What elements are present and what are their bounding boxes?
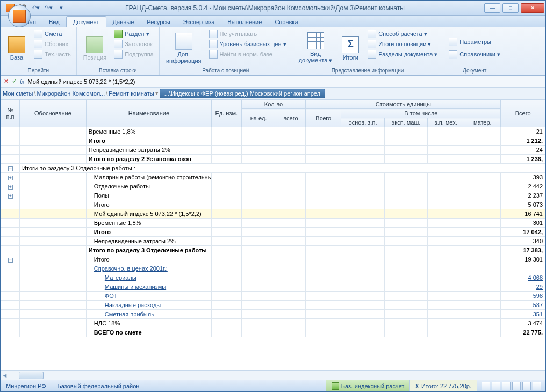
th-s1[interactable]: Всего <box>306 109 341 127</box>
th-kolvo[interactable]: Кол-во <box>241 100 306 109</box>
tree-toggle-icon[interactable]: − <box>8 258 13 263</box>
postotals-button[interactable]: Итоги по позиции ▾ <box>365 39 440 49</box>
calcmethod-button[interactable]: Способ расчета ▾ <box>365 29 440 39</box>
status-total[interactable]: Σ Итого: 22 775,20р. <box>410 380 477 391</box>
scroll-thumb[interactable] <box>19 372 44 379</box>
status-icon[interactable] <box>533 382 541 390</box>
status-icon[interactable] <box>522 382 531 390</box>
tab-view[interactable]: Вид <box>42 17 66 27</box>
docsections-button[interactable]: Разделы документа ▾ <box>365 49 440 59</box>
tab-resources[interactable]: Ресурсы <box>140 17 176 27</box>
status-calcmode[interactable]: Баз.-индексный расчет <box>326 380 410 391</box>
position-button[interactable]: Позиция <box>80 29 110 67</box>
crumb-3[interactable]: Ремонт комнаты <box>109 90 154 97</box>
table-row[interactable]: Непредвиденные затраты 2%24 <box>1 146 545 155</box>
th-k2[interactable]: всего <box>276 109 306 127</box>
table-row[interactable]: Сметная прибыль351 <box>1 310 545 319</box>
table-row[interactable]: Непредвиденные затраты 2%340 <box>1 237 545 246</box>
table-row[interactable]: Материалы4 068 <box>1 273 545 282</box>
th-vtom[interactable]: В том числе <box>341 109 501 118</box>
subgroup-button[interactable]: Подгруппа <box>112 49 156 59</box>
tree-toggle-icon[interactable]: + <box>8 185 13 190</box>
tree-toggle-icon[interactable]: − <box>8 166 13 171</box>
table-row[interactable]: Мой единый индекс 5 073,22 * (1,5*2,2)16… <box>1 209 545 219</box>
cancel-formula-icon[interactable]: ✕ <box>4 78 9 85</box>
header-button[interactable]: Заголовок <box>112 39 156 49</box>
sbornik-button[interactable]: Сборник <box>32 39 73 49</box>
th-nn[interactable]: № п.п <box>1 100 20 127</box>
tab-document[interactable]: Документ <box>66 16 106 27</box>
breadcrumb-tab[interactable]: ...\Индексы к ФЕР (новая ред.) Московски… <box>160 89 325 98</box>
crumb-2[interactable]: Микрорайон Комсомол... <box>37 90 105 97</box>
table-row[interactable]: Временные 1,8%301 <box>1 219 545 228</box>
undo-icon[interactable]: ↶▾ <box>31 3 40 13</box>
th-s2[interactable]: основ. з.п. <box>341 118 384 127</box>
table-row[interactable]: Накладные расходы587 <box>1 301 545 310</box>
table-row[interactable]: Итого по разделу 2 Установка окон1 236, <box>1 155 545 164</box>
table-row[interactable]: НДС 18%3 474 <box>1 319 545 328</box>
params-button[interactable]: Параметры <box>447 37 502 47</box>
section-button[interactable]: Раздел ▾ <box>112 29 156 39</box>
smeta-button[interactable]: Смета <box>32 29 73 39</box>
close-button[interactable]: ✕ <box>521 3 544 13</box>
th-naim[interactable]: Наименование <box>86 100 211 127</box>
baseprice-button[interactable]: Уровень базисных цен ▾ <box>207 39 289 49</box>
table-row[interactable]: +Малярные работы (ремонтно-строительные)… <box>1 173 545 182</box>
tab-data[interactable]: Данные <box>106 17 141 27</box>
th-ed[interactable]: Ед. изм. <box>211 100 241 127</box>
fx-icon[interactable]: fx <box>20 78 25 85</box>
group-label: Перейти <box>4 67 73 74</box>
status-icon[interactable] <box>482 382 490 390</box>
th-s4[interactable]: з.п. мех. <box>428 118 464 127</box>
app-menu-button[interactable] <box>8 5 31 27</box>
techpart-button[interactable]: Тех.часть <box>32 49 73 59</box>
table-row[interactable]: Итого5 073 <box>1 200 545 209</box>
tab-help[interactable]: Справка <box>268 17 304 27</box>
addinfo-button[interactable]: Доп. информация <box>163 29 205 67</box>
th-s5[interactable]: матер. <box>464 118 501 127</box>
tab-execution[interactable]: Выполнение <box>221 17 268 27</box>
refs-button[interactable]: Справочники ▾ <box>447 50 502 60</box>
table-row[interactable]: −Итоги по разделу 3 Отделочные работы : <box>1 164 545 173</box>
status-icon[interactable] <box>512 382 521 390</box>
tree-toggle-icon[interactable]: + <box>8 194 13 199</box>
minimize-button[interactable]: — <box>484 3 500 13</box>
th-stoim[interactable]: Стоимость единицы <box>306 100 501 109</box>
scroll-left-icon[interactable]: ◄ <box>1 371 9 380</box>
findnorm-button[interactable]: Найти в норм. базе <box>207 49 289 59</box>
base-button[interactable]: База <box>4 29 30 67</box>
accept-formula-icon[interactable]: ✓ <box>12 78 17 85</box>
tab-expertise[interactable]: Экспертиза <box>177 17 221 27</box>
status-region1[interactable]: Минрегион РФ <box>1 380 52 391</box>
crumb-1[interactable]: Мои сметы <box>3 90 33 97</box>
table-row[interactable]: −Итого19 301 <box>1 255 545 264</box>
table-row[interactable]: +Полы2 237 <box>1 191 545 200</box>
table-row[interactable]: ВСЕГО по смете22 775, <box>1 328 545 337</box>
table-row[interactable]: +Отделочные работы2 442 <box>1 182 545 191</box>
th-s3[interactable]: эксп. маш. <box>384 118 427 127</box>
maximize-button[interactable]: □ <box>502 3 519 13</box>
docview-button[interactable]: Вид документа ▾ <box>296 29 336 67</box>
table-row[interactable]: ФОТ598 <box>1 292 545 301</box>
ignore-button[interactable]: Не учитывать <box>207 29 289 39</box>
table-row[interactable]: Временные 1,8%21 <box>1 127 545 136</box>
formula-input[interactable] <box>28 78 542 85</box>
redo-icon[interactable]: ↷▾ <box>44 3 53 13</box>
th-total[interactable]: Всего <box>501 100 545 127</box>
tree-toggle-icon[interactable]: + <box>8 176 13 180</box>
table-row[interactable]: Итого1 212, <box>1 136 545 146</box>
status-region2[interactable]: Базовый федеральный район <box>52 380 146 391</box>
horizontal-scrollbar[interactable]: ◄ <box>1 370 545 380</box>
qat-more-icon[interactable]: ▾ <box>56 3 66 13</box>
table-row[interactable]: Итого по разделу 3 Отделочные работы17 3… <box>1 246 545 255</box>
table-row[interactable]: Справочно, в ценах 2001г.: <box>1 264 545 273</box>
table-row[interactable]: Машины и механизмы29 <box>1 282 545 292</box>
table-row[interactable]: Итого17 042, <box>1 228 545 237</box>
status-icon[interactable] <box>492 382 500 390</box>
totals-button[interactable]: ΣИтоги <box>337 29 363 67</box>
th-k1[interactable]: на ед. <box>241 109 276 127</box>
th-obos[interactable]: Обоснование <box>20 100 87 127</box>
status-icon[interactable] <box>502 382 511 390</box>
position-icon <box>86 36 103 53</box>
estimate-grid[interactable]: № п.п Обоснование Наименование Ед. изм. … <box>1 99 545 370</box>
